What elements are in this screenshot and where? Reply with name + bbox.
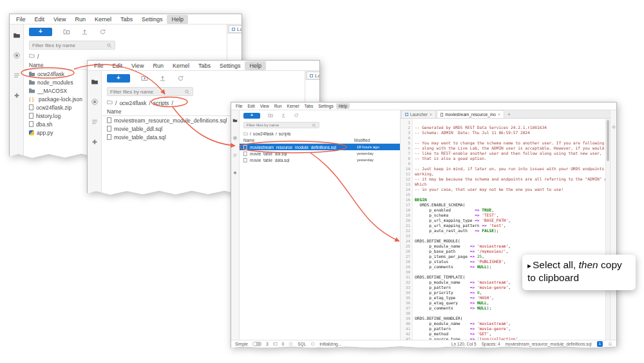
menu-item[interactable]: Tabs [301,103,316,109]
upload-button[interactable] [281,113,286,118]
column-header-name[interactable]: Name [29,62,44,68]
menu-item[interactable]: Run [148,61,168,70]
menu-item[interactable]: File [12,15,30,24]
table-of-contents-icon[interactable] [91,117,99,128]
running-sessions-icon[interactable] [91,97,99,108]
menu-item[interactable]: Settings [316,103,336,109]
line-number: 20 [401,218,412,223]
kernel-language[interactable]: SQL [298,342,306,346]
menu-item[interactable]: Help [167,15,188,24]
refresh-button[interactable] [294,113,299,118]
indent-setting[interactable]: Spaces: 4 [482,342,500,346]
terminal-count[interactable]: 3 [266,342,269,346]
column-header-name[interactable]: Name [107,108,122,115]
new-folder-button[interactable] [63,28,70,35]
menu-item[interactable]: View [127,61,148,70]
tab-launcher[interactable]: Launcher [229,25,242,33]
running-sessions-icon[interactable] [232,132,238,143]
breadcrumb-segment[interactable]: scripts [279,132,291,136]
editor-tab[interactable]: Launcher × [401,110,436,118]
table-of-contents-icon[interactable] [13,70,21,82]
tab-label: Launcher [237,26,242,32]
menu-item[interactable]: Tabs [116,15,137,24]
line-number: 5 [401,141,412,146]
running-sessions-icon[interactable] [13,50,21,62]
code-row: 19 p_schema => 'TEST', [401,213,605,218]
file-item[interactable]: movie_table_data.sql yesterday [240,157,400,163]
menu-item[interactable]: View [49,15,70,24]
property-inspector-icon[interactable] [611,121,616,340]
file-name: moviestream_resource_module_definitions.… [114,117,227,124]
table-of-contents-icon[interactable] [232,149,238,161]
breadcrumb-segment[interactable]: / [276,132,277,136]
code-row: 12 -- it may be because the schema and e… [401,177,605,182]
breadcrumb-segment[interactable]: / [171,100,173,106]
code-row: 6 -- along with the Live Lab, the ADMIN … [401,146,605,151]
menu-item[interactable]: Run [70,15,90,24]
code-editor[interactable]: 1 2 -- Generated by ORDS REST Data Servi… [401,119,605,340]
menu-item[interactable]: Kernel [90,15,116,24]
tab-close-icon[interactable]: × [498,112,500,117]
file-name: __MACOSX [37,88,67,94]
tab-launcher[interactable]: Launcher [307,72,320,79]
menu-item[interactable]: Settings [215,61,245,70]
code-line: -- Generated by ORDS REST Data Services … [412,125,605,130]
new-launcher-button[interactable]: + [107,74,130,83]
menu-item[interactable]: Tabs [194,61,215,70]
folder-icon[interactable] [107,99,113,106]
upload-button[interactable] [81,28,88,35]
breadcrumb-segment[interactable]: / [115,100,117,106]
add-tab-button[interactable]: + [505,112,513,117]
bell-icon[interactable] [608,342,612,346]
file-item[interactable]: movie_table_ddl.sql yesterday [240,150,400,157]
extensions-icon[interactable] [232,166,238,178]
menu-item[interactable]: File [233,103,245,109]
breadcrumb-segment[interactable]: / [37,54,39,60]
file-browser-icon[interactable] [91,77,99,88]
menu-item[interactable]: Edit [245,103,257,109]
simple-mode-toggle[interactable] [252,342,261,346]
refresh-button[interactable] [177,75,184,82]
scrollbar-thumb[interactable] [607,120,609,161]
filter-files-input[interactable]: Filter files by name [107,87,193,96]
refresh-button[interactable] [99,28,106,35]
menu-item[interactable]: Settings [137,15,167,24]
file-item[interactable]: moviestream_resource_module_definitions.… [240,144,400,150]
breadcrumb-segment[interactable]: / [149,100,150,106]
extensions-icon[interactable] [91,137,99,148]
breadcrumb-segment[interactable]: ocw24flask [253,132,274,136]
launcher-icon [232,28,235,31]
upload-button[interactable] [159,75,166,82]
editor-scrollbar[interactable] [605,119,610,340]
column-header-name[interactable]: Name [243,138,254,142]
filter-files-input[interactable]: Filter files by name [29,41,115,50]
menu-item[interactable]: Help [245,61,266,70]
new-launcher-button[interactable]: + [243,113,260,119]
menu-item[interactable]: Edit [108,61,128,70]
extensions-icon[interactable] [13,90,21,102]
breadcrumb-segment[interactable]: / [250,132,251,136]
kernel-count[interactable]: 0 [282,342,285,346]
new-launcher-button[interactable]: + [29,28,52,36]
breadcrumb-segment[interactable]: ocw24flask [119,100,146,106]
breadcrumb-segment[interactable]: scripts [153,100,169,106]
new-folder-button[interactable] [141,75,148,82]
menu-item[interactable]: Kernel [285,103,302,109]
menu-item[interactable]: File [90,61,108,70]
folder-icon[interactable] [29,53,35,60]
editor-tab[interactable]: moviestream_resource_mo × [437,110,504,118]
cursor-position[interactable]: Ln 120, Col 5 [451,342,477,346]
tab-close-icon[interactable]: × [430,112,432,117]
menu-item[interactable]: Edit [30,15,50,24]
column-header-modified[interactable]: Modified [354,138,370,142]
file-browser-icon[interactable] [13,30,21,42]
menu-item[interactable]: Kernel [168,61,194,70]
menu-item[interactable]: Help [336,103,350,109]
menu-item[interactable]: View [258,103,272,109]
menu-item[interactable]: Run [272,103,285,109]
new-folder-button[interactable] [268,113,273,118]
filter-files-input[interactable]: Filter files by name [243,122,319,128]
file-browser-icon[interactable] [232,114,238,126]
folder-icon[interactable] [243,132,248,137]
notification-badge[interactable]: 1 [597,341,603,347]
